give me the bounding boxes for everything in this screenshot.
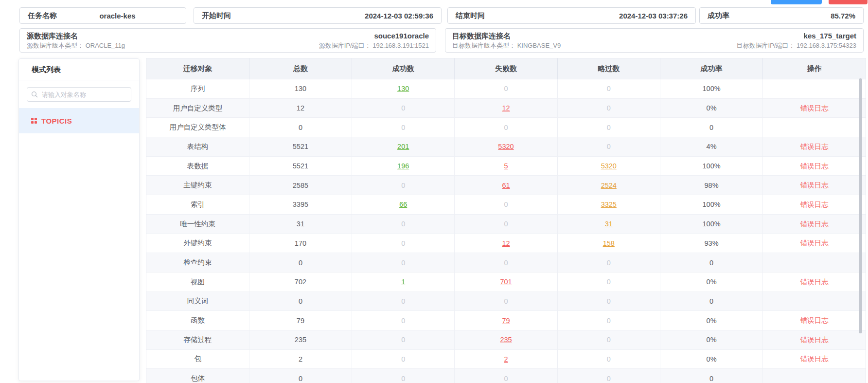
action-cell: 错误日志 (763, 137, 866, 157)
error-log-link[interactable]: 错误日志 (800, 162, 829, 170)
table-row: 包体00000 (146, 369, 866, 383)
target-db-version: 目标数据库版本类型： KINGBASE_V9 (452, 42, 561, 50)
action-cell: 错误日志 (763, 234, 866, 253)
skip-count: 0 (607, 124, 611, 131)
action-cell: 错误日志 (763, 272, 866, 292)
action-cell (763, 79, 866, 99)
skip-count: 0 (607, 143, 611, 150)
success-count-link[interactable]: 66 (399, 201, 407, 208)
end-time-field: 结束时间 2024-12-03 03:37:26 (447, 7, 696, 24)
object-name-cell: 包 (146, 349, 249, 369)
task-name-value: oracle-kes (57, 12, 178, 20)
target-db-panel: 目标数据库连接名 目标数据库版本类型： KINGBASE_V9 kes_175_… (445, 28, 864, 53)
top-action-button-blue[interactable] (771, 0, 822, 4)
error-log-link[interactable]: 错误日志 (800, 239, 829, 247)
action-cell: 错误日志 (763, 349, 866, 369)
skip-count-link[interactable]: 158 (603, 239, 615, 247)
total-count: 170 (295, 239, 306, 247)
object-name-cell: 索引 (146, 195, 249, 215)
error-log-link[interactable]: 错误日志 (800, 143, 829, 150)
col-header-success: 成功数 (352, 58, 455, 79)
success-count-link[interactable]: 1 (401, 278, 405, 286)
skip-count: 0 (607, 375, 611, 383)
error-log-link[interactable]: 错误日志 (800, 181, 829, 189)
col-header-object: 迁移对象 (146, 58, 249, 79)
error-log-link[interactable]: 错误日志 (800, 336, 829, 344)
skip-count-link[interactable]: 2524 (601, 182, 617, 189)
total-count: 5521 (293, 143, 308, 150)
table-row: 函数7907900%错误日志 (146, 311, 866, 330)
action-cell (763, 253, 866, 273)
object-name-cell: 同义词 (146, 292, 249, 311)
success-count-link[interactable]: 130 (397, 85, 409, 92)
skip-count-link[interactable]: 3325 (601, 201, 617, 208)
source-db-ip: 源数据库IP/端口： 192.168.3.191:1521 (319, 42, 429, 50)
action-cell: 错误日志 (763, 195, 866, 215)
table-row: 表结构5521201532004%错误日志 (146, 137, 866, 157)
fail-count-link[interactable]: 5 (504, 162, 508, 170)
action-cell: 错误日志 (763, 176, 866, 195)
rate-cell: 0% (660, 98, 762, 118)
total-count: 0 (299, 259, 302, 267)
object-name-cell: 存储过程 (146, 330, 249, 349)
action-cell (763, 118, 866, 137)
success-count-link[interactable]: 196 (397, 162, 409, 170)
skip-count: 0 (607, 317, 611, 325)
success-count: 0 (401, 336, 405, 344)
top-action-button-red[interactable] (829, 0, 868, 4)
success-count-link[interactable]: 201 (397, 143, 409, 150)
rate-cell: 0% (660, 311, 762, 330)
total-count: 12 (297, 104, 304, 112)
rate-cell: 4% (660, 137, 762, 157)
object-name-cell: 检查约束 (146, 253, 249, 273)
rate-cell: 0% (660, 330, 762, 349)
end-time-value: 2024-12-03 03:37:26 (485, 12, 688, 20)
error-log-link[interactable]: 错误日志 (800, 278, 829, 286)
object-name-cell: 用户自定义类型 (146, 98, 249, 118)
error-log-link[interactable]: 错误日志 (800, 316, 829, 324)
object-name-cell: 序列 (146, 79, 249, 99)
sidebar-item-topicis[interactable]: TOPICIS (19, 108, 139, 133)
fail-count: 0 (504, 297, 508, 305)
table-row: 检查约束00000 (146, 253, 866, 273)
fail-count-link[interactable]: 12 (502, 104, 510, 112)
table-row: 视图702170100%错误日志 (146, 272, 866, 292)
fail-count-link[interactable]: 701 (500, 278, 512, 286)
col-header-skip: 略过数 (557, 58, 660, 79)
table-row: 用户自定义类型1201200%错误日志 (146, 98, 866, 118)
success-count: 0 (401, 297, 405, 305)
fail-count-link[interactable]: 2 (504, 355, 508, 363)
fail-count-link[interactable]: 79 (502, 317, 510, 325)
error-log-link[interactable]: 错误日志 (800, 104, 829, 112)
table-row: 存储过程235023500%错误日志 (146, 330, 866, 349)
fail-count: 0 (504, 124, 508, 131)
schema-list-panel: 模式列表 TOPICIS (18, 58, 140, 381)
task-name-label: 任务名称 (28, 11, 57, 20)
error-log-link[interactable]: 错误日志 (800, 201, 829, 208)
fail-count-link[interactable]: 61 (502, 182, 510, 189)
col-header-fail: 失败数 (455, 58, 557, 79)
end-time-label: 结束时间 (456, 11, 485, 20)
object-name-cell: 包体 (146, 369, 249, 383)
rate-cell: 98% (660, 176, 762, 195)
fail-count-link[interactable]: 12 (502, 239, 510, 247)
fail-count-link[interactable]: 5320 (498, 143, 514, 150)
fail-count-link[interactable]: 235 (500, 336, 512, 344)
schema-search-box[interactable] (27, 87, 131, 102)
source-db-title: 源数据库连接名 (27, 32, 125, 40)
schema-search-input[interactable] (41, 91, 127, 99)
skip-count: 0 (607, 85, 611, 92)
table-scrollbar-thumb[interactable] (859, 78, 862, 333)
rate-cell: 100% (660, 156, 762, 176)
skip-count-link[interactable]: 31 (605, 220, 613, 228)
error-log-link[interactable]: 错误日志 (800, 220, 829, 228)
source-db-panel: 源数据库连接名 源数据库版本类型： ORACLE_11g souce191ora… (19, 28, 436, 53)
table-row: 序列13013000100% (146, 79, 866, 99)
error-log-link[interactable]: 错误日志 (800, 355, 829, 363)
skip-count-link[interactable]: 5320 (601, 162, 617, 170)
table-row: 用户自定义类型体00000 (146, 118, 866, 137)
success-count: 0 (401, 375, 405, 383)
table-row: 同义词00000 (146, 292, 866, 311)
object-name-cell: 表结构 (146, 137, 249, 157)
rate-cell: 0 (660, 292, 762, 311)
